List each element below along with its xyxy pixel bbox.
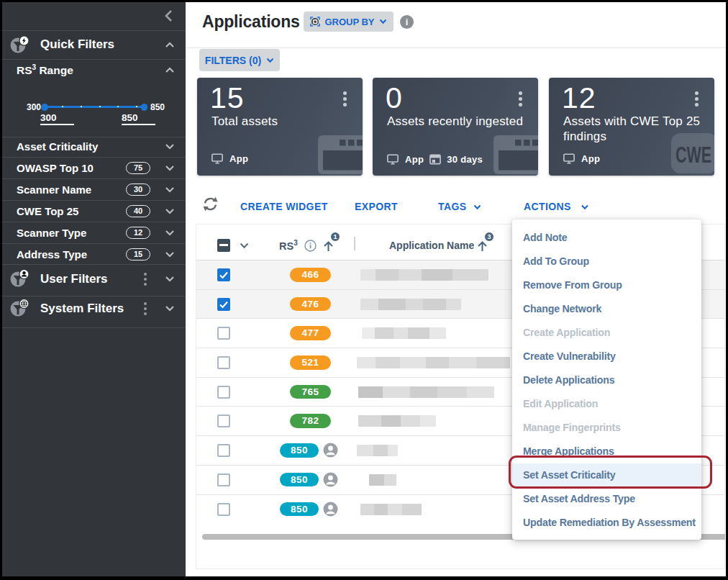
svg-text:CWE: CWE — [675, 142, 711, 168]
